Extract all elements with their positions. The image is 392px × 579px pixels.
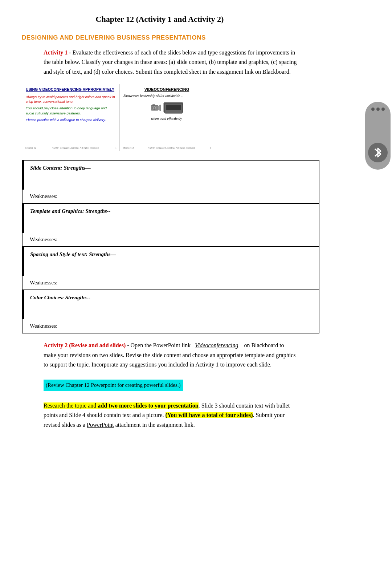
- slide-content-label: Slide Content: Strengths—: [30, 165, 313, 171]
- activity1-block: Activity 1 - Evaluate the effectiveness …: [44, 48, 298, 77]
- camera-icon: [150, 102, 161, 113]
- slide-left-bullet1: Always try to avoid patterns and bright …: [26, 94, 116, 104]
- table-row: Color Choices: Strengths-- Weaknesses:: [23, 290, 319, 333]
- slide-left-bullet3: Please practice with a colleague to shar…: [26, 117, 116, 122]
- slide-right-footer-module: Module 12: [123, 146, 134, 149]
- activity2-label: Activity 2 (Revise and add slides): [44, 342, 126, 348]
- slide-right-footer: Module 12 ©2014 Cengage Learning. All ri…: [120, 146, 214, 149]
- table-row: Slide Content: Strengths— Weaknesses:: [23, 161, 319, 204]
- bt-dot-2: [376, 108, 380, 111]
- slide-content-cell: Slide Content: Strengths—: [23, 161, 319, 190]
- slide-content-weakness: Weaknesses:: [23, 190, 319, 203]
- vhs-tape-icon: [163, 101, 183, 114]
- slide-images-area: [123, 101, 210, 114]
- slide-left-footer-page: 1: [115, 146, 117, 149]
- section-heading: DESIGNING AND DELIVERING BUSINESS PRESEN…: [22, 34, 298, 41]
- activity1-label: Activity 1: [44, 49, 68, 56]
- activity2-block: Activity 2 (Revise and add slides) - Ope…: [44, 341, 298, 430]
- slide-left-bullet2: You should pay close attention to body l…: [26, 106, 116, 116]
- svg-rect-11: [166, 105, 181, 110]
- template-graphics-weakness: Weaknesses:: [23, 233, 319, 246]
- bluetooth-icon: [372, 146, 383, 159]
- review-note-container: (Review Chapter 12 Powerpoint for creati…: [44, 374, 298, 396]
- slide-left-footer-chapter: Chapter 12: [25, 146, 36, 149]
- slide-right-footer-page: 1: [210, 146, 211, 149]
- svg-marker-4: [158, 105, 161, 111]
- activity1-description: - Evaluate the effectiveness of each of …: [44, 49, 297, 75]
- slide-left-footer-copy: ©2014 Cengage Learning. All rights reser…: [52, 146, 99, 149]
- closing2-text: attachment in the assignment link.: [114, 422, 195, 428]
- color-choices-label: Color Choices: Strengths--: [30, 295, 313, 301]
- bluetooth-widget: [364, 102, 392, 170]
- svg-point-2: [153, 107, 155, 109]
- slides-preview: USING VIDEOCONFERENCING APPROPRIATELY Al…: [22, 84, 214, 151]
- activity2-link: Videoconferencing: [195, 342, 238, 348]
- chapter-title: Chapter 12 (Activity 1 and Activity 2): [22, 15, 298, 24]
- slide-right: VIDEOCONFERENCING Showcases leadership s…: [120, 84, 214, 151]
- slide-left-footer: Chapter 12 ©2014 Cengage Learning. All r…: [22, 146, 119, 149]
- spacing-style-weakness: Weaknesses:: [23, 276, 319, 290]
- template-graphics-cell: Template and Graphics: Strengths--: [23, 204, 319, 233]
- powerpoint-link: PowerPoint: [87, 422, 114, 428]
- activity2-research-paragraph: Research the topic and add two more slid…: [44, 401, 298, 430]
- bt-dot-1: [371, 108, 375, 111]
- bluetooth-icon-circle[interactable]: [368, 143, 388, 162]
- research-intro: Research the topic and: [44, 402, 98, 409]
- spacing-style-cell: Spacing and Style of text: Strengths—: [23, 247, 319, 276]
- slide-left: USING VIDEOCONFERENCING APPROPRIATELY Al…: [22, 84, 120, 151]
- slide-right-title: VIDEOCONFERENCING: [123, 87, 210, 92]
- table-row: Template and Graphics: Strengths-- Weakn…: [23, 204, 319, 247]
- bold-yellow-total: (You will have a total of four slides): [166, 412, 253, 418]
- svg-rect-3: [152, 105, 155, 106]
- slide-right-caption: when used effectively.: [123, 117, 210, 121]
- bt-pill: [365, 102, 391, 170]
- eval-table: Slide Content: Strengths— Weaknesses: Te…: [22, 160, 319, 333]
- slide-right-footer-copy: ©2014 Cengage Learning. All rights reser…: [148, 146, 195, 149]
- template-graphics-label: Template and Graphics: Strengths--: [30, 208, 313, 214]
- slide-right-subtitle: Showcases leadership skills worldwide ..…: [123, 94, 210, 98]
- bt-dots: [371, 108, 385, 111]
- spacing-style-label: Spacing and Style of text: Strengths—: [30, 251, 313, 258]
- bt-dot-3: [381, 108, 385, 111]
- color-choices-cell: Color Choices: Strengths--: [23, 290, 319, 319]
- bold-add-slides: add two more slides to your presentation: [98, 402, 198, 409]
- color-choices-weakness: Weaknesses:: [23, 319, 319, 333]
- table-row: Spacing and Style of text: Strengths— We…: [23, 247, 319, 290]
- review-note: (Review Chapter 12 Powerpoint for creati…: [44, 380, 183, 391]
- activity2-paragraph: Activity 2 (Revise and add slides) - Ope…: [44, 341, 298, 369]
- slide-left-title: USING VIDEOCONFERENCING APPROPRIATELY: [26, 87, 116, 92]
- activity2-desc-part1: - Open the PowerPoint link –: [126, 342, 195, 348]
